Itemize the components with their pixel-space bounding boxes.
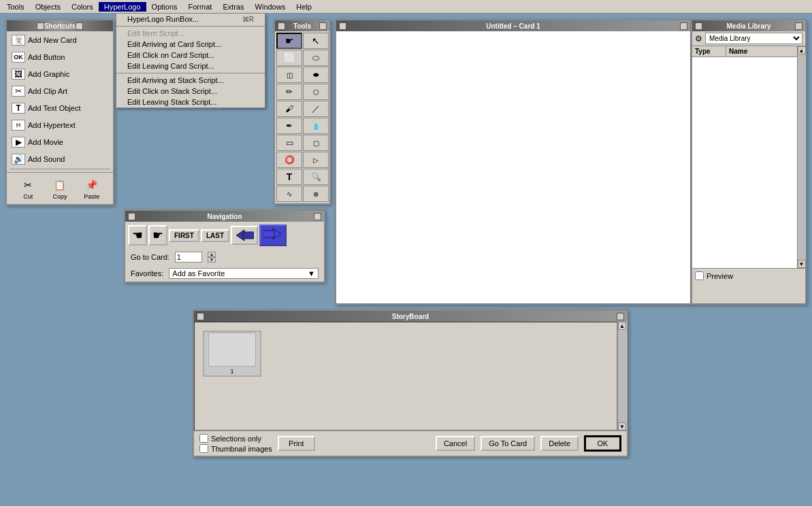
media-dropdown-row: ⚙ Media Library: [692, 31, 805, 46]
card-zoom-btn[interactable]: [680, 22, 687, 30]
menu-edit-leaving-stack[interactable]: Edit Leaving Stack Script...: [116, 97, 265, 107]
menu-format[interactable]: Format: [183, 2, 218, 12]
media-close-btn[interactable]: [695, 22, 702, 30]
tool-fill[interactable]: ✒: [276, 118, 302, 134]
media-scroll-down[interactable]: ▼: [798, 260, 806, 268]
nav-titlebar: Navigation: [125, 211, 324, 222]
nav-close-btn[interactable]: [128, 213, 135, 220]
copy-btn[interactable]: 📋 Copy: [49, 175, 71, 201]
menu-edit-click-stack[interactable]: Edit Click on Stack Script...: [116, 86, 265, 97]
nav-back-btn[interactable]: [231, 226, 258, 245]
storyboard-close-btn[interactable]: [197, 313, 204, 320]
storyboard-zoom-btn[interactable]: [617, 313, 624, 320]
card-content[interactable]: [336, 31, 690, 303]
menu-edit-click-card[interactable]: Edit Click on Card Script...: [116, 50, 265, 61]
tool-rect-select[interactable]: ⬜: [276, 50, 302, 66]
ok-button[interactable]: OK: [584, 435, 621, 452]
add-graphic-btn[interactable]: 🖼 Add Graphic: [8, 66, 112, 82]
add-text-object-icon: T: [12, 103, 25, 114]
tool-rounded-rect[interactable]: ▢: [303, 135, 329, 151]
tool-pencil[interactable]: ✏: [276, 84, 302, 100]
copy-icon: 📋: [52, 177, 68, 193]
cut-btn[interactable]: ✂ Cut: [17, 175, 39, 201]
tool-text[interactable]: T: [276, 169, 302, 185]
menu-hyperlogo-runbox[interactable]: HyperLogo RunBox... ⌘R: [116, 14, 265, 24]
menu-edit-leaving-card[interactable]: Edit Leaving Card Script...: [116, 61, 265, 71]
nav-home-btn[interactable]: [259, 224, 287, 246]
add-clip-art-btn[interactable]: ✂ Add Clip Art: [8, 83, 112, 99]
nav-favorites-dropdown[interactable]: Add as Favorite ▼: [169, 268, 319, 279]
storyboard-scrollbar[interactable]: ▲ ▼: [617, 322, 627, 431]
shortcuts-close-btn[interactable]: [37, 22, 44, 30]
tools-zoom-btn[interactable]: [319, 22, 327, 30]
menu-extras[interactable]: Extras: [217, 2, 249, 12]
tool-spray[interactable]: ∿: [276, 186, 302, 202]
tool-poly-select[interactable]: ⬬: [303, 67, 329, 83]
preview-checkbox[interactable]: [695, 271, 704, 280]
tool-eyedrop[interactable]: ⊕: [303, 186, 329, 202]
sb-scroll-down[interactable]: ▼: [618, 422, 626, 431]
tool-magnify[interactable]: 🔍: [303, 169, 329, 185]
print-button[interactable]: Print: [278, 436, 315, 451]
menu-objects[interactable]: Objects: [30, 2, 66, 12]
media-zoom-btn[interactable]: [795, 22, 802, 30]
card-area-panel: Untitled – Card 1: [335, 19, 692, 305]
thumbnail-images-checkbox[interactable]: [199, 444, 208, 453]
tool-dropper[interactable]: 💧: [303, 118, 329, 134]
tool-rect[interactable]: ▭: [276, 135, 302, 151]
tools-close-btn[interactable]: [278, 22, 285, 30]
media-scrollbar[interactable]: ▲ ▼: [797, 46, 805, 268]
spinner-down[interactable]: ▼: [208, 257, 216, 263]
menu-colors[interactable]: Colors: [66, 2, 99, 12]
tool-oval[interactable]: ⭕: [276, 152, 302, 168]
nav-goto-input[interactable]: 1: [175, 252, 202, 263]
menu-windows[interactable]: Windows: [250, 2, 291, 12]
add-sound-btn[interactable]: 🔊 Add Sound: [8, 151, 112, 167]
sb-scroll-up[interactable]: ▲: [618, 322, 626, 330]
tool-lasso[interactable]: ◫: [276, 67, 302, 83]
shortcuts-zoom-btn[interactable]: [76, 22, 83, 30]
storyboard-content: 1 ▲ ▼: [194, 322, 627, 431]
add-movie-btn[interactable]: ▶ Add Movie: [8, 134, 112, 150]
tool-eraser[interactable]: ⬡: [303, 84, 329, 100]
media-scroll-up[interactable]: ▲: [798, 46, 806, 54]
menu-options[interactable]: Options: [146, 2, 183, 12]
menu-help[interactable]: Help: [291, 2, 317, 12]
add-hypertext-label: Add Hypertext: [28, 121, 76, 129]
cancel-button[interactable]: Cancel: [436, 436, 475, 451]
storyboard-card-1[interactable]: 1: [203, 331, 261, 377]
add-text-object-btn[interactable]: T Add Text Object: [8, 100, 112, 116]
tool-line[interactable]: ／: [303, 101, 329, 117]
tool-arrow[interactable]: ↖: [303, 33, 329, 49]
sb-scroll-track[interactable]: [618, 330, 626, 422]
tool-oval-select[interactable]: ⬭: [303, 50, 329, 66]
spinner-up[interactable]: ▲: [208, 252, 216, 257]
nav-zoom-btn[interactable]: [314, 213, 321, 220]
menu-edit-arriving-stack[interactable]: Edit Arriving at Stack Script...: [116, 75, 265, 86]
go-to-card-button[interactable]: Go To Card: [481, 436, 535, 451]
tool-polygon[interactable]: ▷: [303, 152, 329, 168]
tool-brush[interactable]: 🖌: [276, 101, 302, 117]
delete-button[interactable]: Delete: [540, 436, 579, 451]
nav-first-btn[interactable]: FIRST: [169, 229, 199, 242]
media-type-select[interactable]: Media Library: [705, 33, 802, 44]
selections-only-checkbox[interactable]: [199, 434, 208, 443]
media-list[interactable]: [692, 57, 797, 268]
nav-hand-right[interactable]: ☛: [148, 225, 167, 246]
menu-separator-2: [116, 73, 265, 73]
menu-edit-arriving-card[interactable]: Edit Arriving at Card Script...: [116, 39, 265, 50]
add-button-btn[interactable]: OK Add Button: [8, 49, 112, 65]
add-new-card-label: Add New Card: [28, 36, 77, 44]
add-hypertext-btn[interactable]: H Add Hypertext: [8, 117, 112, 133]
menu-hyperlogo[interactable]: HyperLogo: [99, 2, 146, 12]
storyboard-scroll-area[interactable]: 1: [194, 322, 617, 431]
media-scroll-track[interactable]: [798, 54, 806, 260]
menu-separator-1: [116, 26, 265, 27]
nav-hand-left[interactable]: ☛: [128, 225, 147, 246]
paste-btn[interactable]: 📌 Paste: [81, 175, 103, 201]
card-close-btn[interactable]: [339, 22, 346, 30]
nav-last-btn[interactable]: LAST: [201, 229, 229, 242]
menu-tools[interactable]: Tools: [1, 2, 30, 12]
add-new-card-btn[interactable]: 🃏 Add New Card: [8, 32, 112, 48]
tool-hand[interactable]: ☛: [276, 33, 302, 49]
